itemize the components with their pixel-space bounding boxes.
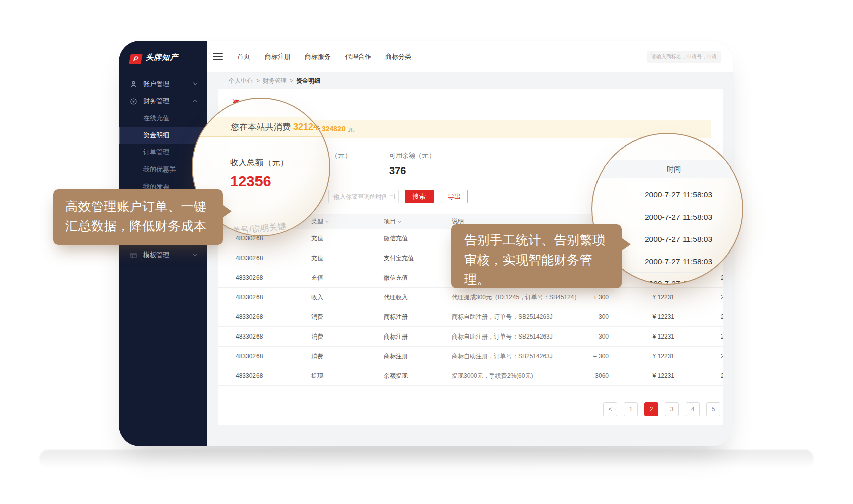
breadcrumb-item[interactable]: 财务管理 (263, 77, 287, 86)
table-row: 48330268提现余额提现提现3000元，手续费2%(60元)– 3060¥ … (218, 366, 723, 386)
callout-right: 告别手工统计、告别繁琐 审核，实现智能财务管 理。 (451, 224, 622, 288)
magnified-time-cell: 2000-7-27 11:58:03 (592, 184, 742, 206)
nav-item-agent-cooperation[interactable]: 代理合作 (345, 52, 371, 61)
svg-text:¥: ¥ (133, 100, 135, 104)
brand-name-text: 头牌知产 (146, 53, 178, 61)
magnified-time-header: 时间 (591, 160, 743, 178)
header-project[interactable]: 项目 (384, 217, 452, 226)
pagination-page-1[interactable]: 1 (624, 402, 638, 416)
pagination-prev[interactable]: < (603, 402, 617, 416)
calendar-icon[interactable] (389, 194, 395, 199)
banner-amount: 324820 (322, 125, 346, 133)
sidebar-item-online-recharge[interactable]: 在线充值 (119, 110, 207, 127)
stat-label: （元） (331, 151, 378, 160)
magnified-banner: 您在本站共消费32124大 (193, 117, 330, 137)
sidebar-item-account[interactable]: 账户管理 (119, 75, 207, 93)
callout-line: 审核，实现智能财务管 (464, 250, 609, 270)
chevron-down-icon (193, 81, 197, 85)
header-type[interactable]: 类型 (311, 217, 384, 226)
brand-logo-icon: P (129, 54, 143, 64)
sort-caret-icon (325, 219, 329, 223)
breadcrumb: 个人中心 > 财务管理 > 资金明细 (207, 73, 733, 89)
pagination: < 1 2 3 4 5 (218, 402, 720, 416)
pagination-page-5[interactable]: 5 (706, 402, 720, 416)
sort-caret-icon (398, 219, 401, 223)
magnified-income-label: 收入总额（元） (230, 158, 289, 169)
sidebar-item-label: 账户管理 (143, 79, 169, 89)
nav-item-trademark-service[interactable]: 商标服务 (305, 52, 331, 61)
export-button[interactable]: 导出 (441, 190, 468, 203)
callout-line: 告别手工统计、告别繁琐 (464, 230, 609, 250)
search-button[interactable]: 搜索 (405, 190, 434, 203)
sidebar-item-label: 我的优惠券 (143, 165, 176, 174)
stat-label: 可用余额（元） (389, 151, 435, 160)
sidebar-item-templates[interactable]: 模板管理 (119, 246, 207, 264)
sidebar-item-label: 订单管理 (143, 148, 169, 157)
sidebar-item-label: 模板管理 (143, 250, 169, 260)
chevron-down-icon (193, 252, 197, 256)
nav-item-home[interactable]: 首页 (237, 52, 250, 61)
stat-value: 376 (389, 165, 435, 177)
sidebar-item-label: 资金明细 (143, 131, 169, 140)
pagination-page-3[interactable]: 3 (665, 402, 679, 416)
top-navbar: 首页 商标注册 商标服务 代理合作 商标分类 (207, 41, 733, 73)
table-row: 48330268消费商标注册商标自助注册，订单号：SB2514263J– 300… (218, 307, 723, 327)
stat-balance: 可用余额（元） 376 (378, 150, 435, 177)
callout-line: 高效管理账户订单、一键 (65, 197, 211, 216)
pagination-page-2[interactable]: 2 (644, 402, 658, 416)
breadcrumb-current: 资金明细 (296, 77, 320, 86)
sidebar-item-label: 在线充值 (143, 114, 169, 123)
date-input[interactable] (328, 190, 399, 203)
callout-line: 理。 (464, 270, 609, 289)
breadcrumb-item[interactable]: 个人中心 (229, 77, 253, 86)
callout-line: 汇总数据，降低财务成本 (65, 216, 211, 236)
brand-tagline: ····· · ··· (146, 62, 178, 65)
hamburger-menu-icon[interactable] (213, 53, 223, 60)
sidebar-item-label: 财务管理 (143, 97, 169, 106)
callout-left: 高效管理账户订单、一键 汇总数据，降低财务成本 (53, 189, 223, 245)
breadcrumb-separator: > (290, 77, 293, 85)
trademark-search-input[interactable] (647, 51, 721, 63)
template-icon (130, 251, 138, 259)
table-row: 48330268消费商标注册商标自助注册，订单号：SB2514263J– 300… (218, 327, 723, 347)
magnified-income-value: 12356 (230, 173, 271, 190)
stage: P 头牌知产 ····· · ··· 账户管理 ¥ 财务管理 (0, 0, 853, 504)
laptop-base (39, 450, 814, 468)
finance-icon: ¥ (130, 98, 138, 105)
chevron-up-icon (193, 100, 197, 104)
sidebar-item-funds-detail[interactable]: 资金明细 (119, 127, 207, 144)
user-icon (130, 80, 138, 88)
brand-logo: P 头牌知产 ····· · ··· (119, 41, 207, 75)
table-row: 48330268收入代理收入代理提成300元（ID:1245，订单号：SB451… (218, 288, 723, 307)
nav-item-trademark-register[interactable]: 商标注册 (265, 52, 291, 61)
banner-unit: 元 (348, 125, 355, 133)
table-row: 48330268消费商标注册商标自助注册，订单号：SB2514263J– 300… (218, 347, 723, 366)
sidebar-item-finance[interactable]: ¥ 财务管理 (119, 93, 207, 110)
date-input-wrap (328, 190, 399, 203)
brand-name: 头牌知产 ····· · ··· (146, 53, 178, 65)
nav-item-trademark-category[interactable]: 商标分类 (385, 52, 411, 61)
breadcrumb-separator: > (256, 77, 260, 85)
pagination-page-4[interactable]: 4 (686, 402, 700, 416)
